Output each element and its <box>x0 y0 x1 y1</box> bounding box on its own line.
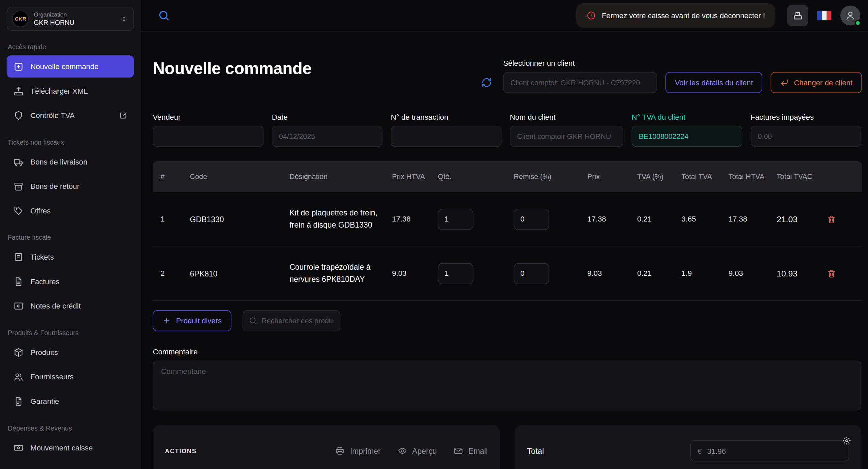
field-client-name: Nom du client <box>510 113 623 147</box>
org-logo-text: GKR <box>15 16 26 22</box>
change-client-button[interactable]: Changer de client <box>771 72 862 93</box>
sidebar-item-label: Offres <box>30 206 51 215</box>
sidebar-item-bons-de-retour[interactable]: Bons de retour <box>7 175 134 197</box>
discount-input[interactable] <box>514 209 549 230</box>
truck-icon <box>13 156 24 167</box>
delete-row-button[interactable] <box>827 214 837 224</box>
sidebar-item-controle-tva[interactable]: Contrôle TVA <box>7 104 134 126</box>
client-select-input[interactable] <box>503 72 657 93</box>
warning-message: Fermez votre caisse avant de vous déconn… <box>602 11 765 20</box>
preview-button[interactable]: Aperçu <box>397 446 437 456</box>
add-misc-product-button[interactable]: Produit divers <box>153 310 231 331</box>
unpaid-invoices-input[interactable] <box>751 126 862 147</box>
total-amount-input[interactable]: € 31.96 <box>690 440 849 461</box>
nav-section-title-produits-fournisseurs: Produits & Fournisseurs <box>8 329 133 337</box>
page-title: Nouvelle commande <box>153 59 311 78</box>
row-total-tva: 3.65 <box>674 192 721 246</box>
main-area: Fermez votre caisse avant de vous déconn… <box>141 0 868 469</box>
nav-section-title-depenses-revenus: Dépenses & Revenus <box>8 424 133 432</box>
comment-textarea[interactable] <box>153 361 861 411</box>
col-tva: TVA (%) <box>629 161 674 192</box>
search-button[interactable] <box>158 9 170 22</box>
page-content: Nouvelle commande Sélectionner un client… <box>141 32 868 469</box>
sidebar-item-telecharger-xml[interactable]: Télécharger XML <box>7 80 134 102</box>
discount-input[interactable] <box>514 263 549 284</box>
search-icon <box>158 9 170 22</box>
cash-register-button[interactable] <box>787 5 808 26</box>
organization-selector[interactable]: GKR Organization GKR HORNU <box>7 7 134 31</box>
transaction-input[interactable] <box>391 126 502 147</box>
transaction-label: N° de transaction <box>391 113 502 121</box>
external-link-icon <box>119 111 127 119</box>
row-code: 6PK810 <box>182 246 282 300</box>
field-tva: N° TVA du client <box>631 113 742 147</box>
vendeur-input[interactable] <box>153 126 264 147</box>
chevrons-up-down-icon <box>120 14 128 23</box>
sidebar-item-label: Contrôle TVA <box>30 111 74 119</box>
sidebar-item-mouvement-caisse[interactable]: Mouvement caisse <box>7 437 134 459</box>
receipt-icon <box>13 252 24 262</box>
row-prix: 9.03 <box>580 246 629 300</box>
sidebar-item-notes-de-credit[interactable]: Notes de crédit <box>7 295 134 317</box>
row-prix: 17.38 <box>580 192 629 246</box>
qty-input[interactable] <box>438 209 473 230</box>
total-settings-button[interactable] <box>842 436 851 445</box>
delete-row-button[interactable] <box>827 268 837 279</box>
eye-icon <box>397 446 407 456</box>
product-search <box>242 310 340 331</box>
table-header: # Code Désignation Prix HTVA Qté. Remise… <box>153 161 862 192</box>
client-controls: Sélectionner un client Voir les détails … <box>481 59 862 93</box>
sidebar-item-factures[interactable]: Factures <box>7 270 134 293</box>
email-button[interactable]: Email <box>453 446 488 456</box>
row-total-htva: 9.03 <box>721 246 769 300</box>
field-transaction: N° de transaction <box>391 113 502 147</box>
col-qte: Qté. <box>430 161 506 192</box>
package-icon <box>13 347 24 357</box>
upload-icon <box>13 86 24 96</box>
org-name: GKR HORNU <box>34 19 115 27</box>
unpaid-invoices-label: Factures impayées <box>751 113 862 121</box>
sidebar-item-bons-de-livraison[interactable]: Bons de livraison <box>7 151 134 173</box>
credit-note-icon <box>13 300 24 311</box>
vendeur-label: Vendeur <box>153 113 264 121</box>
refresh-client-button[interactable] <box>481 77 492 88</box>
total-row: Total € 31.96 <box>527 440 849 461</box>
sidebar-item-label: Garantie <box>30 397 59 405</box>
footer-cards: ACTIONS Imprimer Aperçu <box>153 425 861 469</box>
comment-section: Commentaire <box>153 348 862 411</box>
field-vendeur: Vendeur <box>153 113 264 147</box>
client-details-button[interactable]: Voir les détails du client <box>665 72 763 93</box>
row-num: 1 <box>153 192 182 246</box>
col-prix-htva: Prix HTVA <box>384 161 430 192</box>
row-code: GDB1330 <box>182 192 282 246</box>
sidebar-item-label: Fournisseurs <box>30 373 73 381</box>
sidebar-item-label: Notes de crédit <box>30 302 81 310</box>
sidebar-item-tickets[interactable]: Tickets <box>7 246 134 268</box>
qty-input[interactable] <box>438 263 473 284</box>
tva-input[interactable] <box>631 126 742 147</box>
sidebar-item-garantie[interactable]: Garantie <box>7 390 134 412</box>
sidebar-item-label: Nouvelle commande <box>30 62 98 71</box>
cash-register-warning: Fermez votre caisse avant de vous déconn… <box>576 3 775 28</box>
french-flag-icon[interactable] <box>817 10 832 21</box>
invoice-icon <box>13 276 24 287</box>
sidebar: GKR Organization GKR HORNU Accès rapide … <box>0 0 141 469</box>
client-name-input[interactable] <box>510 126 623 147</box>
sidebar-item-fournisseurs[interactable]: Fournisseurs <box>7 365 134 388</box>
sidebar-item-label: Tickets <box>30 253 54 261</box>
org-label: Organization <box>34 11 115 18</box>
col-total-tva: Total TVA <box>674 161 721 192</box>
alert-circle-icon <box>586 10 596 21</box>
search-icon <box>248 316 257 325</box>
print-button[interactable]: Imprimer <box>335 446 381 456</box>
sidebar-item-produits[interactable]: Produits <box>7 341 134 363</box>
sidebar-item-label: Bons de livraison <box>30 157 87 166</box>
col-remise: Remise (%) <box>506 161 580 192</box>
user-avatar[interactable] <box>840 5 860 25</box>
sidebar-item-label: Mouvement caisse <box>30 443 93 452</box>
sidebar-item-offres[interactable]: Offres <box>7 199 134 222</box>
date-input[interactable] <box>272 126 383 147</box>
gear-icon <box>842 436 851 445</box>
client-select-group: Sélectionner un client <box>503 59 657 93</box>
sidebar-item-nouvelle-commande[interactable]: Nouvelle commande <box>7 55 134 78</box>
